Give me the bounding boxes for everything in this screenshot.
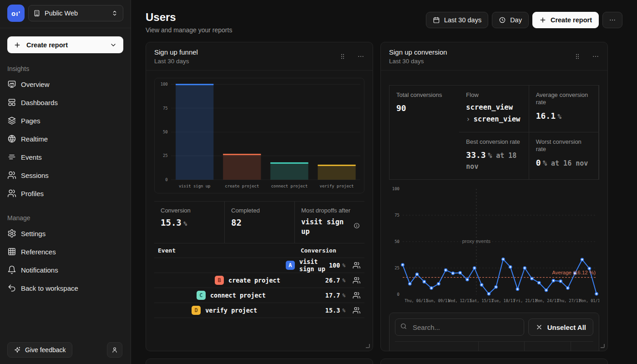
sidebar-footer: Give feedback bbox=[7, 342, 122, 358]
users-icon[interactable] bbox=[353, 276, 361, 284]
profiles-icon bbox=[7, 189, 16, 198]
pages-icon bbox=[7, 116, 16, 125]
column-header-conversion: Conversion bbox=[301, 247, 336, 254]
users-icon[interactable] bbox=[353, 261, 361, 269]
svg-text:Mon, 24/11: Mon, 24/11 bbox=[536, 298, 559, 303]
svg-text:50: 50 bbox=[394, 239, 399, 244]
user-avatar-button[interactable] bbox=[107, 342, 122, 358]
card-more-icon[interactable] bbox=[357, 53, 364, 60]
table-header-row: Event Conversion bbox=[154, 243, 364, 258]
more-options-button[interactable] bbox=[602, 12, 622, 28]
building-icon bbox=[33, 10, 40, 17]
event-name: create project bbox=[228, 277, 280, 284]
flow-step-2: ›screen_view bbox=[466, 114, 521, 126]
create-report-label: Create report bbox=[551, 16, 592, 24]
stat-worst-rate: Worst conversion rate 0 % at 16 nov bbox=[529, 132, 599, 179]
sidebar-item-label: Profiles bbox=[21, 190, 44, 197]
view-users-button[interactable] bbox=[353, 291, 361, 299]
svg-text:100: 100 bbox=[161, 82, 168, 86]
conversion-unit: % bbox=[342, 293, 345, 298]
sidebar-item-settings[interactable]: Settings bbox=[1, 224, 130, 243]
user-icon bbox=[111, 346, 118, 354]
svg-text:Average (16.12 %): Average (16.12 %) bbox=[552, 270, 596, 275]
app-logo[interactable]: oı' bbox=[7, 5, 25, 22]
stat-label: Completed bbox=[231, 207, 288, 214]
stat-best-rate: Best conversion rate 33.3 % at 18 nov bbox=[459, 132, 529, 179]
sidebar-item-overview[interactable]: Overview bbox=[1, 75, 130, 93]
resize-grip[interactable] bbox=[366, 344, 370, 348]
table-row[interactable]: Cconnect project17.7% bbox=[154, 288, 364, 303]
overview-icon bbox=[7, 80, 16, 89]
flow-step-1: screen_view bbox=[466, 102, 521, 114]
card-more-icon[interactable] bbox=[592, 53, 599, 60]
step-badge: D bbox=[192, 306, 201, 315]
sessions-icon bbox=[7, 171, 16, 180]
logo-text: oı' bbox=[11, 10, 20, 17]
table-row[interactable]: Avisit sign up100% bbox=[154, 258, 364, 273]
stat-average-rate: Average conversion rate 16.1 % bbox=[529, 86, 599, 132]
sidebar-item-sessions[interactable]: Sessions bbox=[1, 166, 130, 184]
view-users-button[interactable] bbox=[353, 276, 361, 284]
realtime-icon bbox=[7, 134, 16, 143]
stat-value: 82 bbox=[231, 217, 242, 228]
search-input[interactable] bbox=[395, 318, 524, 336]
drag-handle-icon[interactable] bbox=[574, 53, 581, 60]
page-subtitle: View and manage your reports bbox=[146, 26, 232, 34]
chevron-down-icon bbox=[110, 41, 117, 49]
card-subtitle: Last 30 days bbox=[154, 58, 198, 65]
svg-text:0: 0 bbox=[165, 177, 167, 182]
stat-label: Most dropoffs after bbox=[301, 207, 358, 214]
references-icon bbox=[7, 247, 16, 256]
svg-text:Fri, 21/11: Fri, 21/11 bbox=[514, 298, 537, 303]
sidebar-item-label: Back to workspace bbox=[21, 284, 78, 292]
svg-text:Wed, 12/11: Wed, 12/11 bbox=[448, 298, 471, 303]
create-report-button[interactable]: Create report bbox=[532, 12, 599, 28]
give-feedback-button[interactable]: Give feedback bbox=[7, 342, 72, 358]
svg-text:25: 25 bbox=[163, 153, 168, 158]
ellipsis-icon bbox=[609, 16, 616, 24]
sidebar-item-references[interactable]: References bbox=[1, 243, 130, 261]
users-icon[interactable] bbox=[353, 291, 361, 299]
stat-suffix: % bbox=[557, 113, 561, 120]
info-icon[interactable] bbox=[354, 222, 360, 229]
stat-most-dropoffs: Most dropoffs after visit sign up bbox=[294, 202, 364, 243]
sparkles-icon bbox=[14, 346, 21, 354]
date-range-button[interactable]: Last 30 days bbox=[426, 12, 488, 28]
sidebar-item-notifications[interactable]: Notifications bbox=[1, 261, 130, 279]
stat-flow: Flow screen_view ›screen_view bbox=[459, 86, 529, 132]
conversion-line-chart: 0255075100proxy eventsAverage (16.12 %)T… bbox=[389, 183, 599, 305]
stat-suffix: % at 16 nov bbox=[543, 159, 588, 167]
sidebar-item-dashboards[interactable]: Dashboards bbox=[1, 93, 130, 111]
sidebar-item-realtime[interactable]: Realtime bbox=[1, 130, 130, 148]
sidebar-item-back-to-workspace[interactable]: Back to workspace bbox=[1, 279, 130, 297]
event-name: verify project bbox=[205, 307, 257, 314]
stat-value: 33.3 bbox=[466, 150, 485, 160]
sidebar-item-profiles[interactable]: Profiles bbox=[1, 184, 130, 202]
section-label-manage: Manage bbox=[7, 214, 123, 222]
table-row[interactable]: Dverify project15.3% bbox=[154, 303, 364, 318]
card-title: Sign up funnel bbox=[154, 48, 198, 56]
card-subtitle: Last 30 days bbox=[389, 58, 447, 65]
sidebar-item-label: References bbox=[21, 248, 56, 256]
view-users-button[interactable] bbox=[353, 306, 361, 314]
interval-button[interactable]: Day bbox=[492, 12, 529, 28]
table-row[interactable]: Bcreate project26.7% bbox=[154, 273, 364, 288]
resize-grip[interactable] bbox=[601, 344, 605, 348]
unselect-all-button[interactable]: Unselect All bbox=[528, 318, 593, 336]
view-users-button[interactable] bbox=[353, 261, 361, 269]
workspace-selector[interactable]: Public Web bbox=[28, 5, 123, 21]
svg-text:25: 25 bbox=[394, 266, 399, 270]
stat-label: Best conversion rate bbox=[466, 138, 521, 146]
sidebar-item-events[interactable]: Events bbox=[1, 148, 130, 166]
create-report-label: Create report bbox=[26, 41, 104, 49]
sidebar-item-label: Overview bbox=[21, 81, 50, 88]
sidebar-create-report-button[interactable]: Create report bbox=[7, 36, 123, 53]
reports-grid: Sign up funnel Last 30 days 0255075100vi… bbox=[146, 42, 608, 364]
users-icon[interactable] bbox=[353, 306, 361, 314]
svg-text:75: 75 bbox=[163, 106, 168, 111]
svg-text:0: 0 bbox=[397, 292, 399, 297]
close-icon bbox=[536, 324, 543, 331]
drag-handle-icon[interactable] bbox=[339, 53, 346, 60]
table-cell bbox=[395, 342, 479, 351]
sidebar-item-pages[interactable]: Pages bbox=[1, 111, 130, 130]
